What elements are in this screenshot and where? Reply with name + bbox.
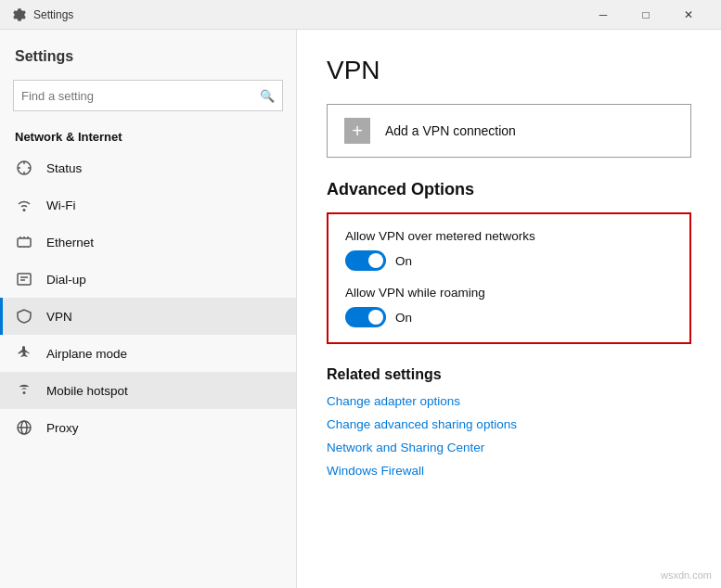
- add-vpn-button[interactable]: + Add a VPN connection: [327, 104, 691, 158]
- proxy-icon: [15, 418, 33, 437]
- airplane-icon: [15, 344, 33, 363]
- toggle-roaming-state: On: [395, 311, 412, 325]
- close-button[interactable]: ✕: [667, 0, 710, 30]
- dialup-icon: [15, 270, 33, 288]
- related-settings-title: Related settings: [327, 366, 691, 383]
- sidebar-item-proxy-label: Proxy: [46, 421, 79, 435]
- advanced-options-box: Allow VPN over metered networks On Allow…: [327, 212, 691, 344]
- sidebar-item-vpn[interactable]: VPN: [0, 298, 296, 335]
- wifi-icon: [15, 196, 33, 214]
- related-link-adapter[interactable]: Change adapter options: [327, 394, 691, 408]
- sidebar-item-hotspot-label: Mobile hotspot: [46, 384, 128, 398]
- ethernet-icon: [15, 233, 33, 251]
- plus-icon: +: [344, 118, 370, 144]
- minimize-button[interactable]: ─: [582, 0, 624, 30]
- option-metered-toggle-row: On: [345, 250, 673, 271]
- search-input[interactable]: [21, 89, 260, 103]
- toggle-metered-state: On: [395, 254, 412, 268]
- sidebar-item-dialup[interactable]: Dial-up: [0, 261, 296, 298]
- search-box[interactable]: 🔍: [13, 80, 283, 111]
- related-link-sharing[interactable]: Change advanced sharing options: [327, 417, 691, 431]
- sidebar-item-hotspot[interactable]: Mobile hotspot: [0, 372, 296, 409]
- hotspot-icon: [15, 381, 33, 400]
- sidebar-item-airplane[interactable]: Airplane mode: [0, 335, 296, 372]
- toggle-metered[interactable]: [345, 250, 386, 271]
- page-title: VPN: [327, 56, 691, 85]
- svg-rect-2: [18, 274, 31, 285]
- section-label: Network & Internet: [0, 122, 296, 149]
- related-link-network-center[interactable]: Network and Sharing Center: [327, 441, 691, 454]
- app-body: Settings 🔍 Network & Internet Status: [0, 30, 721, 588]
- sidebar-item-wifi[interactable]: Wi-Fi: [0, 186, 296, 224]
- sidebar-item-status[interactable]: Status: [0, 149, 296, 186]
- toggle-roaming[interactable]: [345, 307, 386, 327]
- title-bar: Settings ─ □ ✕: [0, 0, 721, 30]
- option-roaming-toggle-row: On: [345, 307, 673, 327]
- sidebar-item-proxy[interactable]: Proxy: [0, 409, 296, 446]
- search-icon: 🔍: [260, 89, 275, 103]
- option-metered-label: Allow VPN over metered networks: [345, 229, 673, 243]
- svg-rect-1: [18, 238, 31, 247]
- sidebar-header: Settings: [0, 30, 296, 72]
- sidebar-item-wifi-label: Wi-Fi: [46, 198, 75, 212]
- sidebar-item-dialup-label: Dial-up: [46, 273, 86, 287]
- sidebar-item-ethernet[interactable]: Ethernet: [0, 224, 296, 261]
- add-vpn-label: Add a VPN connection: [385, 123, 516, 138]
- maximize-button[interactable]: □: [624, 0, 667, 30]
- sidebar: Settings 🔍 Network & Internet Status: [0, 30, 297, 588]
- title-bar-controls: ─ □ ✕: [582, 0, 710, 30]
- status-icon: [15, 159, 33, 177]
- sidebar-item-airplane-label: Airplane mode: [46, 347, 127, 361]
- sidebar-item-status-label: Status: [46, 161, 82, 175]
- watermark: wsxdn.com: [661, 569, 712, 581]
- advanced-options-title: Advanced Options: [327, 180, 691, 199]
- title-bar-left: Settings: [11, 7, 73, 22]
- option-roaming-label: Allow VPN while roaming: [345, 286, 673, 300]
- settings-gear-icon: [11, 7, 26, 22]
- vpn-icon: [15, 307, 33, 326]
- title-bar-title: Settings: [33, 8, 73, 21]
- main-content: VPN + Add a VPN connection Advanced Opti…: [297, 30, 721, 588]
- sidebar-item-vpn-label: VPN: [46, 310, 72, 324]
- option-metered: Allow VPN over metered networks On: [345, 229, 673, 271]
- sidebar-item-ethernet-label: Ethernet: [46, 236, 94, 249]
- option-roaming: Allow VPN while roaming On: [345, 286, 673, 327]
- related-link-firewall[interactable]: Windows Firewall: [327, 464, 691, 478]
